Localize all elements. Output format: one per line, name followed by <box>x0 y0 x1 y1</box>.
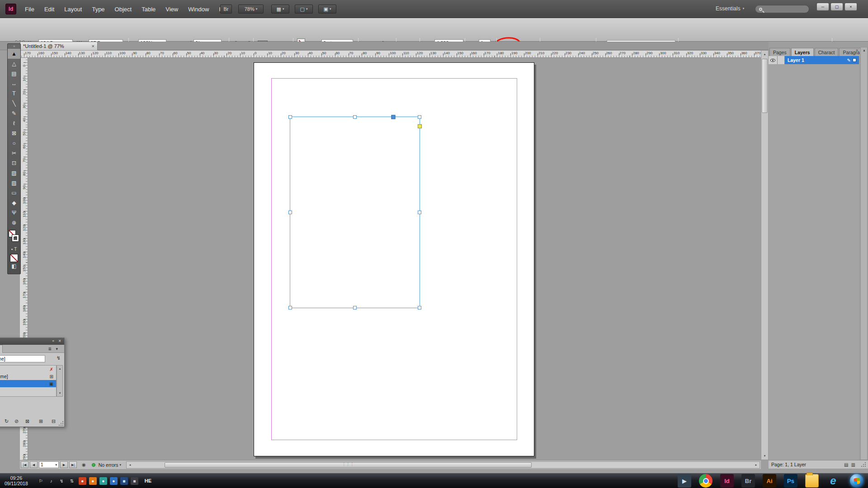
menu-object[interactable]: Object <box>110 6 137 13</box>
start-button[interactable] <box>850 474 863 488</box>
style-list-scrollbar[interactable]: ▴ ▾ <box>57 365 63 397</box>
quick-apply-icon[interactable]: ↯ <box>57 355 61 361</box>
language-indicator[interactable]: HE <box>145 478 151 483</box>
page-tool[interactable]: ▤ <box>8 69 20 79</box>
updater-icon[interactable]: ● <box>89 477 97 485</box>
style-refresh-button[interactable]: ↻ <box>5 418 9 424</box>
gap-tool[interactable]: ↔ <box>8 79 20 89</box>
chevron-down-icon[interactable]: ▾ <box>56 347 58 351</box>
action-center-flag-icon[interactable]: ⚐ <box>37 477 45 485</box>
type-tool[interactable]: T <box>8 89 20 99</box>
ellipse-tool[interactable]: ○ <box>8 138 20 148</box>
bridge-icon[interactable]: Br <box>741 474 755 488</box>
zoom-level-select[interactable]: 78%▾ <box>238 5 264 14</box>
corner-radius-handle[interactable] <box>418 124 422 128</box>
messenger-icon[interactable]: ● <box>110 477 118 485</box>
chrome-icon[interactable] <box>699 474 712 488</box>
close-button[interactable]: × <box>844 3 857 11</box>
direct-selection-tool[interactable]: △ <box>8 59 20 69</box>
menu-view[interactable]: View <box>160 6 183 13</box>
pencil-tool[interactable]: ℓ <box>8 118 20 128</box>
power-icon[interactable]: ↯ <box>58 477 66 485</box>
search-input[interactable] <box>755 5 809 13</box>
view-options-button[interactable]: ▦▾ <box>271 5 289 14</box>
tray-app-blue-icon[interactable]: ■ <box>120 477 128 485</box>
workspace-switcher[interactable]: Essentials▾ <box>716 5 744 12</box>
scroll-down-arrow[interactable]: ▾ <box>761 453 768 459</box>
menu-type[interactable]: Type <box>87 6 109 13</box>
next-page-button[interactable]: ▶ <box>60 461 68 468</box>
panel-tab-paragra[interactable]: Paragra <box>839 48 863 56</box>
delete-style-button[interactable]: ⊟ <box>52 418 56 424</box>
object-styles-tab[interactable]: Object Styles <box>0 345 3 353</box>
style-name-field[interactable]: [Basic Text Frame] <box>0 355 45 362</box>
network-icon[interactable]: ⇅ <box>68 477 76 485</box>
free-transform-tool[interactable]: ⊡ <box>8 158 20 168</box>
dock-scrollbar[interactable]: ▴ ▾ <box>860 47 868 460</box>
rectangle-frame-tool[interactable]: ⊠ <box>8 128 20 138</box>
internet-explorer-icon[interactable]: e <box>826 474 840 488</box>
panel-tab-pages[interactable]: Pages <box>769 48 790 56</box>
spread-info-icon[interactable]: ▥ <box>851 462 855 467</box>
preflight-menu-icon[interactable]: ◉ <box>82 462 86 467</box>
formatting-text-button[interactable]: T <box>14 247 17 252</box>
tray-app-dark-icon[interactable]: ■ <box>131 477 138 485</box>
stroke-swatch[interactable] <box>12 235 19 241</box>
menu-file[interactable]: File <box>20 6 39 13</box>
vertical-scrollbar[interactable]: ▴ ▾ <box>761 50 769 460</box>
frame-port-handle[interactable] <box>391 115 395 119</box>
chevron-down-icon[interactable]: ▾ <box>120 463 122 467</box>
resize-grip[interactable] <box>861 462 866 467</box>
scroll-down-arrow[interactable]: ▾ <box>861 47 868 54</box>
screen-mode-button[interactable]: ▢▾ <box>295 5 313 14</box>
layer-row[interactable]: Layer 1 ✎ <box>769 56 859 64</box>
sync-icon[interactable]: ● <box>99 477 107 485</box>
media-player-icon[interactable]: ▶ <box>678 474 691 488</box>
explorer-icon[interactable] <box>805 474 819 488</box>
bridge-button[interactable]: Br <box>220 5 232 14</box>
panel-tab-layers[interactable]: Layers <box>791 48 814 56</box>
panel-overflow-icon[interactable]: » <box>856 48 858 52</box>
menu-window[interactable]: Window <box>183 6 214 13</box>
panel-header[interactable]: « × <box>0 338 64 345</box>
panel-tab-charact[interactable]: Charact <box>815 48 839 56</box>
horizontal-scroll-thumb[interactable] <box>165 462 532 468</box>
menu-table[interactable]: Table <box>137 6 160 13</box>
frame-handle[interactable] <box>418 306 421 310</box>
frame-handle[interactable] <box>288 211 292 214</box>
panel-menu-icon[interactable]: ≣ <box>48 347 52 351</box>
layer-lock-cell[interactable] <box>778 56 785 64</box>
previous-page-button[interactable]: ◀ <box>30 461 38 468</box>
volume-icon[interactable]: ♪ <box>47 477 55 485</box>
scroll-right-arrow[interactable]: ▸ <box>753 462 760 468</box>
fill-stroke-swatches[interactable] <box>8 230 20 245</box>
style-list-item[interactable]: [Basic Text Frame]▣ <box>0 380 56 387</box>
selection-tool[interactable]: ▲ <box>8 49 20 59</box>
zoom-tool[interactable]: ⊕ <box>8 218 20 228</box>
frame-handle[interactable] <box>353 115 357 119</box>
scroll-left-arrow[interactable]: ◂ <box>127 462 133 468</box>
frame-handle[interactable] <box>418 115 421 119</box>
apply-none-button[interactable] <box>10 254 18 262</box>
pasteboard[interactable] <box>28 58 761 460</box>
pen-tool[interactable]: ✎ <box>8 108 20 118</box>
panel-resize-grip[interactable] <box>58 421 64 426</box>
note-tool[interactable]: ▭ <box>8 188 20 198</box>
menu-layout[interactable]: Layout <box>59 6 87 13</box>
layer-selection-square[interactable] <box>853 58 856 62</box>
minimize-button[interactable]: ─ <box>816 3 829 11</box>
clear-overrides-button[interactable]: ⊘ <box>14 418 19 424</box>
new-style-button[interactable]: ⊞ <box>39 418 43 424</box>
formatting-container-button[interactable]: ▪ <box>11 247 13 252</box>
screen-mode-toggle[interactable]: ◧ <box>8 263 20 271</box>
scroll-up-arrow[interactable]: ▴ <box>761 51 768 57</box>
clear-undefined-button[interactable]: ⊠ <box>25 418 29 424</box>
gradient-swatch-tool[interactable]: ▨ <box>8 168 20 178</box>
vertical-scroll-thumb[interactable] <box>762 59 768 113</box>
line-tool[interactable]: ╲ <box>8 99 20 108</box>
horizontal-ruler[interactable]: 1701601501401301201101009080706050403020… <box>20 50 761 58</box>
page-number-field[interactable]: 1▾ <box>39 461 59 468</box>
scissors-tool[interactable]: ✂ <box>8 148 20 158</box>
scroll-up-arrow[interactable]: ▴ <box>57 366 63 372</box>
close-panel-icon[interactable]: × <box>58 338 61 343</box>
